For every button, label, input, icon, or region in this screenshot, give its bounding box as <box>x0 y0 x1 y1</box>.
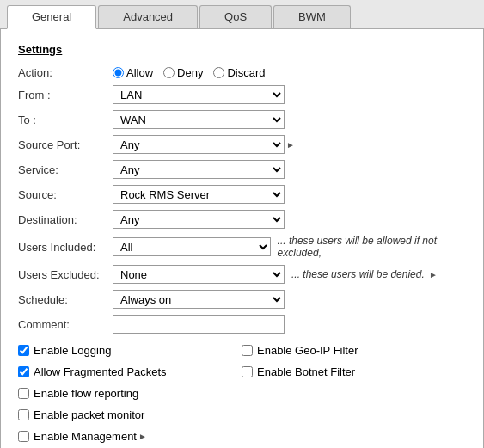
from-select[interactable]: LAN WAN ANY <box>113 85 285 104</box>
enable-geoip-checkbox[interactable] <box>242 345 253 356</box>
destination-row: Destination: Any <box>18 210 466 229</box>
source-port-row: Source Port: Any ► <box>18 135 466 154</box>
action-allow-label[interactable]: Allow <box>113 66 153 79</box>
enable-management-row: Enable Management ► <box>18 430 242 443</box>
service-label: Service: <box>18 163 113 176</box>
checkbox-col-left: Enable Logging Allow Fragmented Packets … <box>18 344 242 447</box>
to-row: To : WAN LAN ANY <box>18 110 466 129</box>
schedule-select[interactable]: Always on <box>113 290 285 309</box>
enable-packet-label[interactable]: Enable packet monitor <box>18 408 144 421</box>
enable-packet-text: Enable packet monitor <box>34 408 144 421</box>
checkbox-columns: Enable Logging Allow Fragmented Packets … <box>18 344 466 447</box>
enable-logging-text: Enable Logging <box>34 344 111 357</box>
tab-general[interactable]: General <box>7 5 96 29</box>
users-included-suffix: ... these users will be allowed if not e… <box>278 235 466 259</box>
tab-bwm[interactable]: BWM <box>273 5 351 28</box>
from-row: From : LAN WAN ANY <box>18 85 466 104</box>
enable-flow-row: Enable flow reporting <box>18 387 242 400</box>
enable-flow-text: Enable flow reporting <box>34 387 138 400</box>
enable-management-text: Enable Management <box>34 430 137 443</box>
comment-label: Comment: <box>18 318 113 331</box>
source-port-label: Source Port: <box>18 138 113 151</box>
users-included-row: Users Included: All None ... these users… <box>18 235 466 259</box>
checkboxes-section: Enable Logging Allow Fragmented Packets … <box>18 344 466 447</box>
enable-management-label[interactable]: Enable Management <box>18 430 137 443</box>
action-radio-group: Allow Deny Discard <box>113 66 266 79</box>
source-row: Source: Rock RMS Server Any <box>18 185 466 204</box>
allow-fragmented-checkbox[interactable] <box>18 366 29 377</box>
action-row: Action: Allow Deny Discard <box>18 66 466 79</box>
to-label: To : <box>18 114 113 126</box>
comment-input[interactable] <box>113 315 285 334</box>
enable-logging-checkbox[interactable] <box>18 345 29 356</box>
enable-geoip-row: Enable Geo-IP Filter <box>242 344 465 357</box>
source-select[interactable]: Rock RMS Server Any <box>113 185 285 204</box>
users-excluded-suffix: ... these users will be denied. ► <box>291 268 438 280</box>
enable-geoip-text: Enable Geo-IP Filter <box>257 344 358 357</box>
settings-panel: Settings Action: Allow Deny Discard From… <box>0 29 484 448</box>
enable-botnet-label[interactable]: Enable Botnet Filter <box>242 365 355 378</box>
tab-advanced[interactable]: Advanced <box>98 5 198 28</box>
tab-qos[interactable]: QoS <box>199 5 272 28</box>
users-included-select[interactable]: All None <box>113 237 271 256</box>
action-discard-radio[interactable] <box>213 67 224 78</box>
allow-fragmented-text: Allow Fragmented Packets <box>34 365 167 378</box>
enable-flow-label[interactable]: Enable flow reporting <box>18 387 138 400</box>
users-excluded-select[interactable]: None All <box>113 265 285 284</box>
enable-botnet-checkbox[interactable] <box>242 366 253 377</box>
enable-geoip-label[interactable]: Enable Geo-IP Filter <box>242 344 358 357</box>
allow-fragmented-label[interactable]: Allow Fragmented Packets <box>18 365 167 378</box>
enable-botnet-row: Enable Botnet Filter <box>242 365 465 378</box>
action-deny-radio[interactable] <box>163 67 175 78</box>
enable-logging-row: Enable Logging <box>18 344 242 357</box>
enable-flow-checkbox[interactable] <box>18 388 29 399</box>
destination-select[interactable]: Any <box>113 210 285 229</box>
comment-row: Comment: <box>18 315 466 334</box>
enable-management-checkbox[interactable] <box>18 431 29 442</box>
checkbox-col-right: Enable Geo-IP Filter Enable Botnet Filte… <box>242 344 465 447</box>
destination-label: Destination: <box>18 213 113 226</box>
schedule-row: Schedule: Always on <box>18 290 466 309</box>
allow-fragmented-row: Allow Fragmented Packets <box>18 365 242 378</box>
section-title: Settings <box>18 43 466 56</box>
users-excluded-arrow: ► <box>429 270 438 279</box>
enable-packet-checkbox[interactable] <box>18 409 29 420</box>
source-port-select[interactable]: Any <box>113 135 285 154</box>
to-select[interactable]: WAN LAN ANY <box>113 110 285 129</box>
schedule-label: Schedule: <box>18 293 113 306</box>
from-label: From : <box>18 89 113 101</box>
action-allow-radio[interactable] <box>113 67 124 78</box>
action-discard-label[interactable]: Discard <box>213 66 265 79</box>
users-excluded-row: Users Excluded: None All ... these users… <box>18 265 466 284</box>
enable-packet-row: Enable packet monitor <box>18 408 242 421</box>
enable-management-arrow: ► <box>138 432 147 441</box>
enable-logging-label[interactable]: Enable Logging <box>18 344 111 357</box>
source-label: Source: <box>18 188 113 201</box>
tab-bar: General Advanced QoS BWM <box>0 0 484 29</box>
enable-botnet-text: Enable Botnet Filter <box>257 365 355 378</box>
action-label: Action: <box>18 66 113 79</box>
users-excluded-label: Users Excluded: <box>18 268 113 281</box>
service-row: Service: Any <box>18 160 466 179</box>
service-select[interactable]: Any <box>113 160 285 179</box>
users-included-label: Users Included: <box>18 241 113 254</box>
source-port-arrow: ► <box>286 140 295 150</box>
action-deny-label[interactable]: Deny <box>163 66 203 79</box>
